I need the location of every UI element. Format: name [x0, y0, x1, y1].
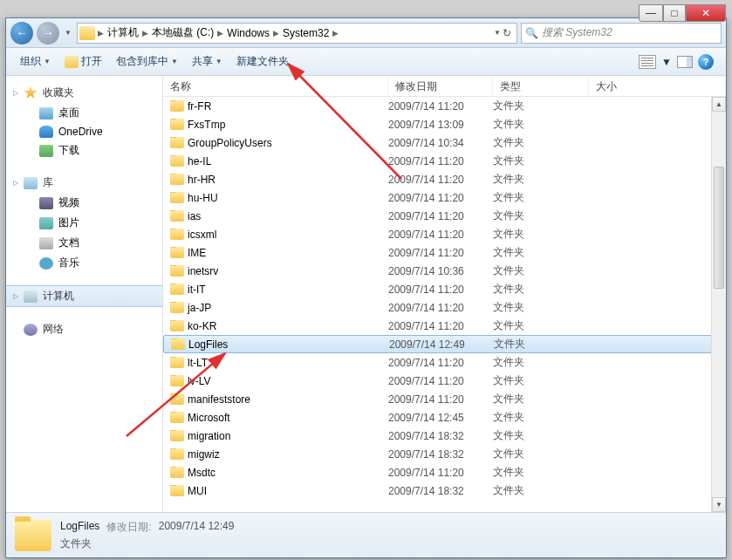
- include-menu[interactable]: 包含到库中▼: [109, 52, 185, 71]
- file-row[interactable]: Microsoft2009/7/14 12:45文件夹: [163, 408, 726, 427]
- sidebar-item-downloads[interactable]: 下载: [6, 140, 162, 160]
- scroll-down-button[interactable]: ▼: [712, 497, 726, 512]
- minimize-button[interactable]: —: [639, 4, 663, 22]
- folder-icon: [170, 485, 184, 496]
- file-date: 2009/7/14 11:20: [388, 393, 493, 406]
- chevron-down-icon[interactable]: ▼: [494, 29, 501, 37]
- file-row[interactable]: icsxml2009/7/14 11:20文件夹: [163, 225, 726, 243]
- file-row[interactable]: migwiz2009/7/14 18:32文件夹: [163, 445, 726, 463]
- chevron-right-icon[interactable]: ▶: [141, 29, 149, 38]
- file-row[interactable]: LogFiles2009/7/14 12:49文件夹: [163, 335, 726, 353]
- file-name: ja-JP: [188, 302, 211, 314]
- file-row[interactable]: migration2009/7/14 18:32文件夹: [163, 427, 726, 445]
- file-row[interactable]: inetsrv2009/7/14 10:36文件夹: [163, 262, 726, 280]
- organize-menu[interactable]: 组织▼: [13, 52, 58, 71]
- chevron-right-icon[interactable]: ▶: [332, 29, 339, 38]
- sidebar-item-videos[interactable]: 视频: [6, 193, 162, 213]
- back-button[interactable]: ←: [10, 22, 33, 44]
- column-header-size[interactable]: 大小: [589, 76, 726, 96]
- address-bar: ← → ▼ ▶ 计算机 ▶ 本地磁盘 (C:) ▶ Windows ▶ Syst…: [6, 18, 726, 48]
- column-header-date[interactable]: 修改日期: [388, 76, 493, 96]
- breadcrumb-segment[interactable]: Windows: [224, 27, 272, 39]
- file-type: 文件夹: [493, 447, 589, 461]
- file-row[interactable]: ko-KR2009/7/14 11:20文件夹: [163, 317, 726, 335]
- file-name: icsxml: [188, 229, 216, 241]
- open-button[interactable]: 打开: [58, 52, 109, 71]
- file-type: 文件夹: [493, 392, 589, 406]
- search-placeholder: 搜索 System32: [542, 25, 612, 40]
- preview-pane-button[interactable]: [677, 56, 693, 68]
- expand-icon[interactable]: ▷: [13, 179, 18, 187]
- sidebar-item-pictures[interactable]: 图片: [6, 213, 162, 233]
- breadcrumb-segment[interactable]: 计算机: [105, 25, 141, 40]
- file-row[interactable]: ias2009/7/14 11:20文件夹: [163, 207, 726, 225]
- file-date: 2009/7/14 10:34: [388, 137, 493, 149]
- file-row[interactable]: lt-LT2009/7/14 11:20文件夹: [163, 353, 726, 372]
- forward-button[interactable]: →: [37, 22, 59, 44]
- folder-icon: [170, 467, 184, 478]
- refresh-icon[interactable]: ↻: [503, 27, 511, 39]
- file-row[interactable]: Msdtc2009/7/14 11:20文件夹: [163, 463, 726, 481]
- file-list[interactable]: fr-FR2009/7/14 11:20文件夹FxsTmp2009/7/14 1…: [163, 97, 726, 512]
- view-mode-button[interactable]: [639, 55, 656, 69]
- close-button[interactable]: ✕: [686, 4, 726, 22]
- sidebar-libraries-header[interactable]: ▷库: [6, 173, 162, 193]
- status-name: LogFiles: [60, 520, 99, 535]
- file-name: hr-HR: [188, 174, 215, 186]
- vertical-scrollbar[interactable]: ▲ ▼: [711, 97, 726, 512]
- file-name: IME: [188, 247, 206, 259]
- sidebar-item-music[interactable]: 音乐: [6, 253, 162, 273]
- breadcrumb-segment[interactable]: 本地磁盘 (C:): [149, 25, 216, 40]
- explorer-window: — □ ✕ ← → ▼ ▶ 计算机 ▶ 本地磁盘 (C:) ▶ Windows …: [5, 17, 727, 558]
- column-headers: 名称 修改日期 类型 大小: [163, 76, 726, 97]
- maximize-button[interactable]: □: [663, 4, 686, 22]
- sidebar-item-onedrive[interactable]: OneDrive: [6, 123, 162, 140]
- folder-icon: [170, 119, 184, 130]
- file-row[interactable]: lv-LV2009/7/14 11:20文件夹: [163, 372, 726, 390]
- sidebar-item-documents[interactable]: 文档: [6, 233, 162, 253]
- newfolder-button[interactable]: 新建文件夹: [229, 52, 296, 71]
- expand-icon[interactable]: ▷: [13, 292, 18, 300]
- window-controls: — □ ✕: [639, 4, 726, 22]
- file-name: FxsTmp: [188, 119, 225, 131]
- file-row[interactable]: IME2009/7/14 11:20文件夹: [163, 243, 726, 262]
- file-date: 2009/7/14 12:45: [388, 412, 493, 424]
- search-input[interactable]: 🔍 搜索 System32: [521, 23, 722, 44]
- file-row[interactable]: hu-HU2009/7/14 11:20文件夹: [163, 188, 726, 207]
- chevron-right-icon[interactable]: ▶: [216, 29, 224, 38]
- file-row[interactable]: hr-HR2009/7/14 11:20文件夹: [163, 170, 726, 188]
- file-type: 文件夹: [493, 190, 589, 205]
- sidebar-favorites-header[interactable]: ▷收藏夹: [6, 83, 162, 103]
- file-date: 2009/7/14 18:32: [388, 448, 493, 461]
- scroll-up-button[interactable]: ▲: [712, 97, 726, 112]
- share-menu[interactable]: 共享▼: [185, 52, 229, 71]
- column-header-type[interactable]: 类型: [493, 76, 589, 96]
- document-icon: [39, 237, 53, 249]
- breadcrumb-segment[interactable]: System32: [280, 27, 332, 39]
- file-row[interactable]: FxsTmp2009/7/14 13:09文件夹: [163, 115, 726, 133]
- file-row[interactable]: MUI2009/7/14 18:32文件夹: [163, 481, 726, 500]
- file-row[interactable]: fr-FR2009/7/14 11:20文件夹: [163, 97, 726, 115]
- file-row[interactable]: GroupPolicyUsers2009/7/14 10:34文件夹: [163, 133, 726, 152]
- file-type: 文件夹: [493, 245, 589, 260]
- file-row[interactable]: ja-JP2009/7/14 11:20文件夹: [163, 298, 726, 317]
- expand-icon[interactable]: ▷: [13, 89, 18, 97]
- help-icon[interactable]: ?: [698, 54, 714, 70]
- file-date: 2009/7/14 11:20: [388, 192, 493, 204]
- column-header-name[interactable]: 名称: [163, 76, 388, 96]
- nav-history-dropdown[interactable]: ▼: [63, 25, 73, 41]
- chevron-right-icon[interactable]: ▶: [272, 29, 280, 38]
- breadcrumb[interactable]: ▶ 计算机 ▶ 本地磁盘 (C:) ▶ Windows ▶ System32 ▶…: [77, 23, 517, 44]
- sidebar-computer-header[interactable]: ▷计算机: [6, 285, 162, 307]
- folder-icon: [170, 137, 184, 148]
- scroll-thumb[interactable]: [714, 167, 724, 289]
- file-row[interactable]: it-IT2009/7/14 11:20文件夹: [163, 280, 726, 298]
- chevron-right-icon[interactable]: ▶: [97, 29, 105, 38]
- file-row[interactable]: he-IL2009/7/14 11:20文件夹: [163, 152, 726, 170]
- file-row[interactable]: manifeststore2009/7/14 11:20文件夹: [163, 390, 726, 408]
- chevron-down-icon[interactable]: ▼: [661, 56, 672, 68]
- file-list-pane: 名称 修改日期 类型 大小 fr-FR2009/7/14 11:20文件夹Fxs…: [163, 76, 726, 512]
- file-date: 2009/7/14 11:20: [388, 100, 493, 113]
- sidebar-network-header[interactable]: 网络: [6, 319, 162, 339]
- sidebar-item-desktop[interactable]: 桌面: [6, 103, 162, 123]
